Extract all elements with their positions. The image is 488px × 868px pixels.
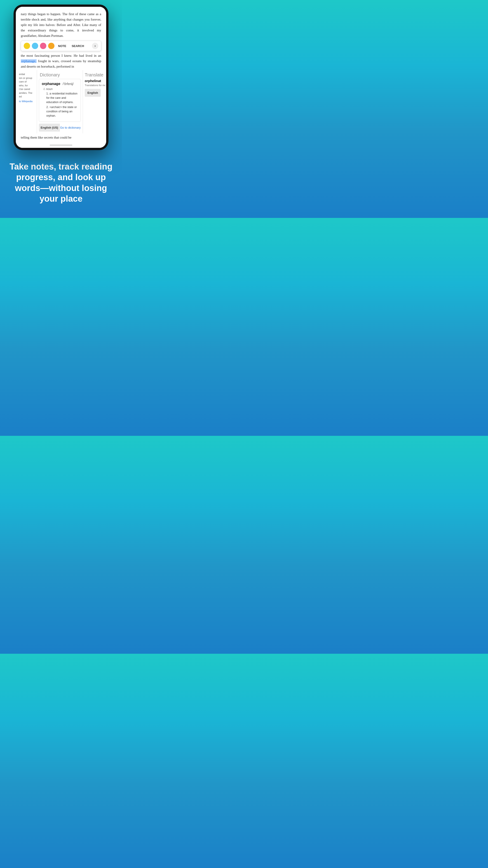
wiki-text-line7: ed [19, 95, 37, 98]
translate-panel-inner: Translate orphelinat Translations for mo… [83, 70, 105, 99]
marketing-text: Take notes, track reading progress, and … [7, 161, 115, 204]
dict-footer: English (US) Go to dictionary [37, 122, 83, 133]
dict-definition-1: 1. a residential institution for the car… [46, 92, 78, 104]
home-indicator [50, 145, 72, 146]
phone-frame: nary things began to happen. The first o… [13, 4, 108, 150]
wikipedia-link[interactable]: to Wikipedia [19, 99, 37, 103]
phone-home-bar [16, 143, 106, 148]
dictionary-header: Dictionary [37, 70, 83, 79]
english-us-button[interactable]: English (US) [39, 124, 60, 131]
color-pink[interactable] [40, 43, 46, 49]
translate-note: Translations for more, visit w [85, 84, 105, 87]
wiki-text-line1: ential [19, 72, 37, 76]
search-button[interactable]: SEARCH [70, 43, 86, 49]
translate-panel-overflow: Translate orphelinat Translations for mo… [83, 70, 105, 133]
dictionary-content: orphanage /'ôrfenij/ I. noun 1. a reside… [39, 79, 81, 122]
book-text-bottom: telling them like secrets that could be [16, 133, 106, 143]
wiki-text-line6: amilies. The [19, 91, 37, 95]
translate-english-button[interactable]: English [85, 89, 101, 97]
color-yellow[interactable] [24, 43, 30, 49]
dict-word: orphanage [42, 82, 60, 86]
phone-screen: nary things began to happen. The first o… [16, 7, 106, 148]
wiki-text-line3: care of [19, 80, 37, 84]
wikipedia-panel-overflow: ential ion or group care of who, for t b… [17, 70, 37, 133]
book-text-before-word: person I knew. He had lived in an [51, 54, 101, 57]
wiki-text-line2: ion or group [19, 76, 37, 80]
translate-header: Translate [85, 72, 105, 78]
book-text-mid: the most fascinating person I knew. He h… [16, 51, 106, 70]
note-button[interactable]: NOTE [56, 43, 68, 49]
book-text-top: nary things began to happen. The first o… [16, 7, 106, 41]
panels-row: ential ion or group care of who, for t b… [16, 70, 106, 133]
wiki-text-line5: t be cared [19, 87, 37, 91]
highlight-toolbar: NOTE SEARCH › [21, 41, 101, 51]
translate-word: orphelinat [85, 79, 105, 83]
dict-pronunciation: /'ôrfenij/ [63, 82, 74, 86]
marketing-section: Take notes, track reading progress, and … [0, 150, 122, 218]
book-text-before-highlight: the most fascinating [21, 54, 50, 57]
color-orange[interactable] [48, 43, 55, 49]
phone-container: nary things began to happen. The first o… [0, 0, 122, 150]
dict-definition-2: 2. <archaic> the state or condition of b… [46, 105, 78, 118]
highlighted-word[interactable]: orphanage, [21, 59, 37, 63]
color-blue[interactable] [32, 43, 38, 49]
toolbar-more-button[interactable]: › [92, 43, 98, 49]
go-to-dictionary-button[interactable]: Go to dictionary [60, 124, 81, 131]
wiki-text-line4: who, for [19, 84, 37, 88]
dict-part-of-speech: I. noun [43, 87, 78, 91]
dictionary-panel: Dictionary orphanage /'ôrfenij/ I. noun … [37, 70, 83, 133]
